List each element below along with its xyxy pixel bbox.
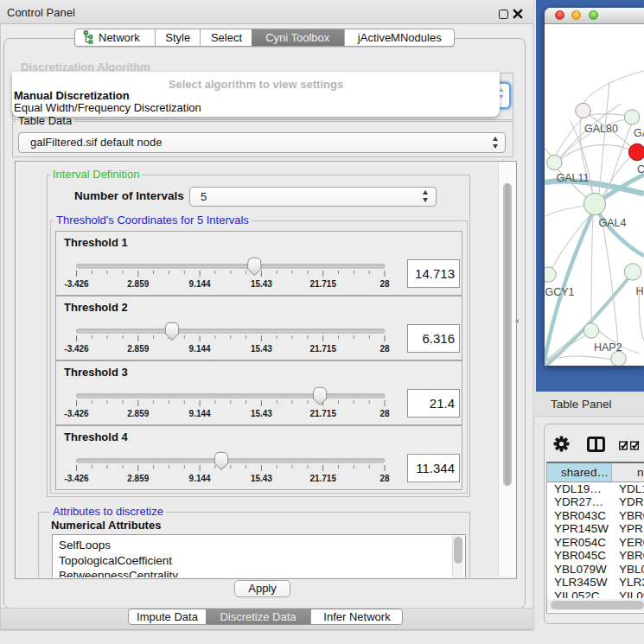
svg-text:21.715: 21.715 <box>309 279 336 289</box>
svg-text:2.859: 2.859 <box>127 279 149 289</box>
svg-text:21.715: 21.715 <box>309 409 336 418</box>
svg-text:GA: GA <box>634 127 644 139</box>
svg-text:15.43: 15.43 <box>251 344 272 354</box>
svg-text:GCY1: GCY1 <box>545 286 575 298</box>
svg-text:15.43: 15.43 <box>251 474 272 483</box>
svg-text:9.144: 9.144 <box>189 344 211 354</box>
svg-text:28: 28 <box>379 474 390 483</box>
svg-text:15.43: 15.43 <box>251 409 272 418</box>
svg-text:HAP2: HAP2 <box>594 341 622 354</box>
svg-text:GAL11: GAL11 <box>557 172 590 184</box>
svg-text:9.144: 9.144 <box>189 279 211 289</box>
svg-text:H: H <box>636 285 644 297</box>
svg-text:-3.426: -3.426 <box>64 474 89 483</box>
svg-text:2.859: 2.859 <box>127 344 149 354</box>
svg-text:9.144: 9.144 <box>189 474 211 483</box>
svg-text:GAL4: GAL4 <box>599 217 627 229</box>
svg-text:28: 28 <box>379 279 390 289</box>
svg-text:28: 28 <box>379 344 390 354</box>
svg-text:28: 28 <box>379 409 390 418</box>
svg-text:GAL80: GAL80 <box>584 123 618 135</box>
svg-text:-3.426: -3.426 <box>64 409 89 418</box>
svg-text:21.715: 21.715 <box>309 344 336 354</box>
svg-text:2.859: 2.859 <box>127 409 149 418</box>
svg-text:2.859: 2.859 <box>127 474 149 483</box>
svg-text:15.43: 15.43 <box>251 279 272 289</box>
svg-text:-3.426: -3.426 <box>64 344 89 354</box>
svg-text:-3.426: -3.426 <box>64 279 89 289</box>
svg-text:21.715: 21.715 <box>309 474 336 483</box>
svg-text:9.144: 9.144 <box>189 409 211 418</box>
svg-text:CY: CY <box>637 163 644 175</box>
